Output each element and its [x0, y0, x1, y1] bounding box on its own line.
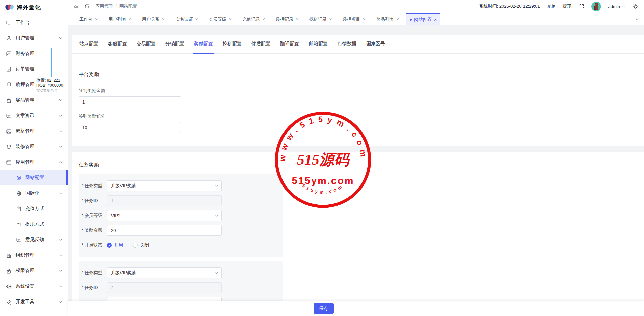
field-label-reward-amount: * 奖励金额 — [82, 227, 107, 233]
chevron-down-icon — [59, 98, 63, 102]
fullscreen-icon[interactable] — [579, 4, 584, 9]
sidebar-item-prize-management[interactable]: 奖品管理 — [0, 92, 68, 108]
settings-gear-icon[interactable] — [633, 4, 638, 9]
chevron-down-icon — [59, 238, 63, 242]
section-title-task-reward: 任务奖励 — [79, 162, 644, 168]
sidebar-item-finance-management[interactable]: 财务管理 — [0, 46, 68, 61]
user-menu[interactable]: admin — [608, 4, 625, 9]
sidebar-item-system-settings[interactable]: 系统设置 — [0, 279, 68, 294]
radio-unselected-icon — [133, 243, 138, 248]
sidebar-item-i18n[interactable]: 国际化 — [0, 185, 68, 201]
config-tab-trade[interactable]: 交易配置 — [136, 35, 156, 54]
member-level-select[interactable]: VIP2 — [107, 210, 222, 221]
task-type-select[interactable]: 升级VIP奖励 — [107, 180, 222, 191]
sidebar-item-user-management[interactable]: 用户管理 — [0, 30, 68, 46]
tab-mining-records[interactable]: 挖矿记录 × — [306, 13, 335, 25]
radio-on[interactable]: 开启 — [107, 242, 123, 248]
tab-real-name-auth[interactable]: 实名认证 × — [172, 13, 202, 25]
sidebar-menu: 工作台 用户管理 财务管理 订单管理 质押管理 奖品管理 文章资讯 — [0, 15, 68, 310]
active-dot — [410, 19, 412, 21]
close-icon[interactable]: × — [434, 17, 437, 22]
sidebar-item-label: 开发工具 — [16, 299, 34, 305]
close-icon[interactable]: × — [95, 17, 98, 22]
radio-off[interactable]: 关闭 — [133, 242, 149, 248]
tab-pledge-projects[interactable]: 质押项目 × — [340, 13, 369, 25]
sidebar-item-article-news[interactable]: 文章资讯 — [0, 108, 68, 123]
radio-label: 开启 — [114, 242, 123, 248]
config-tab-translate[interactable]: 翻译配置 — [279, 35, 300, 54]
sidebar-item-workbench[interactable]: 工作台 — [0, 15, 68, 30]
refresh-icon[interactable] — [84, 4, 90, 9]
save-button[interactable]: 保存 — [314, 303, 334, 314]
sidebar-item-app-management[interactable]: 应用管理 — [0, 154, 68, 170]
shirt-icon — [6, 144, 12, 150]
chevron-down-icon — [215, 271, 219, 275]
tab-pledge-records[interactable]: 质押记录 × — [272, 13, 302, 25]
reward-amount-input[interactable] — [107, 225, 222, 236]
close-icon[interactable]: × — [262, 17, 265, 22]
sidebar-item-permissions[interactable]: 权限管理 — [0, 263, 68, 279]
config-tab-customer-service[interactable]: 客服配置 — [107, 35, 128, 54]
close-icon[interactable]: × — [229, 17, 232, 22]
close-icon[interactable]: × — [396, 17, 399, 22]
tab-workbench[interactable]: 工作台 × — [76, 13, 101, 25]
tab-label: 会员等级 — [209, 16, 226, 22]
task-group-1: * 任务类型 升级VIP奖励 * 任务ID * 会员等级 VIP2 * 奖励金额 — [79, 174, 283, 257]
config-tab-site[interactable]: 站点配置 — [79, 35, 99, 54]
tab-recharge-records[interactable]: 充值记录 × — [239, 13, 268, 25]
tab-user-list[interactable]: 用户列表 × — [105, 13, 134, 25]
task-type-select[interactable]: 升级VIP奖励 — [107, 267, 222, 278]
sidebar-item-feedback[interactable]: 意见反馈 — [0, 232, 68, 248]
sidebar-item-withdraw-method[interactable]: 提现方式 — [0, 217, 68, 232]
close-icon[interactable]: × — [329, 17, 332, 22]
folder-icon — [16, 222, 22, 227]
chevron-down-icon — [59, 269, 63, 273]
sidebar-item-decoration-management[interactable]: 装修管理 — [0, 139, 68, 154]
building-icon — [6, 253, 12, 258]
close-icon[interactable]: × — [195, 17, 198, 22]
sidebar-item-material-management[interactable]: 素材管理 — [0, 123, 68, 139]
tab-label: 用户列表 — [108, 16, 126, 22]
menu-fold-icon[interactable] — [74, 4, 79, 9]
sidebar-item-site-config[interactable]: 网站配置 — [0, 170, 68, 185]
config-tabs: 站点配置 客服配置 交易配置 分销配置 奖励配置 挖矿配置 优盾配置 翻译配置 … — [72, 35, 644, 54]
recharge-link[interactable]: 充值 — [547, 3, 556, 9]
config-tab-email[interactable]: 邮箱配置 — [308, 35, 328, 54]
app-logo-icon — [5, 4, 14, 11]
tab-label: 实名认证 — [176, 16, 193, 22]
signin-points-input[interactable] — [79, 122, 181, 133]
close-icon[interactable]: × — [296, 17, 298, 22]
sidebar-item-label: 财务管理 — [16, 51, 34, 57]
signin-amount-input[interactable] — [79, 96, 181, 107]
copy-icon — [6, 82, 12, 88]
withdraw-link[interactable]: 提现 — [563, 3, 572, 9]
config-tab-distribution[interactable]: 分销配置 — [165, 35, 185, 54]
tabbar: 工作台 × 用户列表 × 用户关系 × 实名认证 × 会员等级 × 充值记录 ×… — [68, 13, 644, 25]
tab-label: 网站配置 — [414, 17, 432, 23]
app-icon — [6, 160, 12, 165]
task-id-input — [107, 195, 222, 206]
content-area: 站点配置 客服配置 交易配置 分销配置 奖励配置 挖矿配置 优盾配置 翻译配置 … — [68, 25, 644, 316]
config-tab-reward-active[interactable]: 奖励配置 — [193, 35, 214, 54]
close-icon[interactable]: × — [128, 17, 131, 22]
tab-list-chevron-down-icon[interactable] — [635, 17, 640, 22]
sidebar-item-order-management[interactable]: 订单管理 — [0, 61, 68, 77]
config-tab-market-data[interactable]: 行情数据 — [337, 35, 357, 54]
config-tab-country-code[interactable]: 国家区号 — [366, 35, 386, 54]
tab-label: 用户关系 — [142, 16, 159, 22]
tab-site-config-active[interactable]: 网站配置 × — [406, 13, 440, 25]
globe-icon — [16, 191, 22, 196]
sidebar-item-pledge-management[interactable]: 质押管理 — [0, 77, 68, 92]
close-icon[interactable]: × — [363, 17, 366, 22]
close-icon[interactable]: × — [162, 17, 164, 22]
config-tab-youdun[interactable]: 优盾配置 — [251, 35, 271, 54]
tab-prize-list[interactable]: 奖品列表 × — [373, 13, 402, 25]
breadcrumb-section[interactable]: 应用管理 — [95, 3, 113, 9]
tab-user-relations[interactable]: 用户关系 × — [138, 13, 168, 25]
sidebar-item-organization[interactable]: 组织管理 — [0, 248, 68, 263]
sidebar-item-recharge-method[interactable]: 充值方式 — [0, 201, 68, 217]
config-tab-mining[interactable]: 挖矿配置 — [222, 35, 242, 54]
tab-member-level[interactable]: 会员等级 × — [206, 13, 235, 25]
sidebar-item-dev-tools[interactable]: 开发工具 — [0, 294, 68, 310]
avatar[interactable] — [591, 2, 601, 11]
